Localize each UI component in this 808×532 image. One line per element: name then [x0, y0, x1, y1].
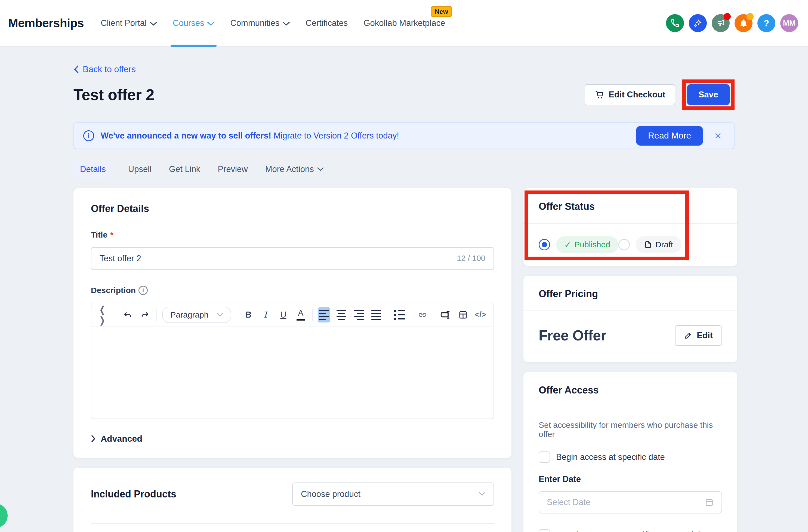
edit-pricing-button[interactable]: Edit	[675, 325, 722, 346]
top-header: Memberships Client Portal Courses Commun…	[0, 0, 808, 47]
paragraph-style-select[interactable]: Paragraph	[162, 307, 231, 323]
nav-item-gokollab-marketplace[interactable]: Gokollab Marketplace New	[364, 0, 445, 46]
included-products-card: Included Products Choose product	[73, 468, 512, 532]
offer-pricing-heading: Offer Pricing	[524, 276, 737, 311]
char-counter: 12 / 100	[457, 254, 485, 263]
tab-get-link[interactable]: Get Link	[167, 161, 202, 178]
chevron-down-icon	[283, 21, 290, 26]
chevron-down-icon	[479, 492, 485, 496]
tab-more-actions[interactable]: More Actions	[264, 161, 325, 178]
avatar[interactable]: MM	[780, 14, 798, 32]
radio-draft[interactable]	[618, 239, 630, 250]
text-field-icon[interactable]	[440, 307, 452, 323]
redo-icon[interactable]	[139, 307, 151, 323]
info-icon: i	[139, 286, 148, 295]
chevron-down-icon	[217, 313, 223, 317]
bold-icon[interactable]: B	[242, 307, 254, 323]
main-nav: Client Portal Courses Communities Certif…	[100, 0, 445, 46]
pricing-value: Free Offer	[539, 327, 606, 344]
close-icon[interactable]: ×	[714, 130, 721, 142]
advanced-expander[interactable]: Advanced	[91, 434, 494, 444]
active-tab-underline	[170, 44, 217, 47]
save-button[interactable]: Save	[687, 84, 730, 105]
chevron-down-icon	[150, 21, 157, 26]
announcements-megaphone-icon[interactable]	[712, 14, 730, 32]
included-products-heading: Included Products	[91, 489, 176, 500]
title-input[interactable]	[99, 254, 457, 263]
restrict-access-row: Restrict access to specific amount of da…	[539, 529, 722, 532]
tab-preview[interactable]: Preview	[216, 161, 249, 178]
phone-icon[interactable]	[666, 14, 684, 32]
undo-icon[interactable]	[122, 307, 133, 323]
published-option[interactable]: ✓ Published	[539, 236, 618, 253]
offer-details-heading: Offer Details	[91, 203, 494, 215]
check-icon: ✓	[564, 240, 571, 250]
page-title: Test offer 2	[73, 86, 154, 104]
tab-upsell[interactable]: Upsell	[127, 161, 153, 178]
bullet-list-icon[interactable]	[393, 307, 405, 323]
header-icons: ? MM	[666, 14, 798, 32]
italic-icon[interactable]: I	[260, 307, 272, 323]
nav-item-client-portal[interactable]: Client Portal	[100, 0, 157, 46]
underline-icon[interactable]: U	[277, 307, 289, 323]
align-left-icon[interactable]	[318, 307, 330, 323]
offer-access-card: Offer Access Set accessibility for membe…	[524, 372, 737, 532]
read-more-button[interactable]: Read More	[636, 126, 703, 146]
code-view-icon[interactable]: ❬ ❭	[98, 307, 110, 323]
title-input-wrap: 12 / 100	[91, 247, 494, 270]
align-right-icon[interactable]	[353, 307, 365, 323]
chevron-left-icon	[73, 65, 79, 73]
info-icon: i	[83, 130, 94, 141]
nav-item-courses[interactable]: Courses	[173, 0, 214, 46]
pencil-icon	[684, 331, 692, 340]
offer-details-card: Offer Details Title * 12 / 100 Descripti…	[73, 188, 512, 458]
ai-sparkles-icon[interactable]	[689, 14, 707, 32]
new-badge: New	[431, 6, 452, 17]
begin-access-row: Begin access at specific date	[539, 452, 722, 463]
title-label: Title *	[91, 230, 494, 239]
edit-checkout-button[interactable]: Edit Checkout	[585, 84, 675, 105]
main-content: Back to offers Test offer 2 Edit Checkou…	[0, 47, 808, 532]
notification-dot	[724, 13, 731, 20]
source-code-icon[interactable]: </>	[475, 307, 486, 323]
file-icon	[644, 241, 652, 249]
help-icon[interactable]: ?	[757, 14, 775, 32]
chevron-right-icon	[91, 435, 96, 442]
offer-access-description: Set accessibility for members who purcha…	[539, 420, 722, 439]
nav-item-certificates[interactable]: Certificates	[306, 0, 348, 46]
offer-access-heading: Offer Access	[524, 372, 737, 407]
description-label: Description i	[91, 286, 494, 295]
cart-icon	[594, 90, 604, 99]
offer-status-card: Offer Status ✓ Published	[524, 188, 737, 266]
offer-status-heading: Offer Status	[524, 188, 737, 223]
choose-product-select[interactable]: Choose product	[292, 482, 494, 506]
chevron-down-icon	[207, 21, 214, 26]
chevron-down-icon	[317, 167, 324, 171]
align-justify-icon[interactable]	[370, 307, 382, 323]
link-icon[interactable]	[417, 307, 428, 323]
notifications-bell-icon[interactable]	[735, 14, 753, 32]
title-row: Test offer 2 Edit Checkout Save	[73, 79, 735, 110]
restrict-access-checkbox[interactable]	[539, 529, 550, 532]
table-icon[interactable]	[457, 307, 469, 323]
tab-details[interactable]: Details	[73, 161, 112, 178]
date-input[interactable]	[547, 497, 704, 507]
align-center-icon[interactable]	[335, 307, 347, 323]
editor-toolbar: ❬ ❭ Paragraph	[91, 303, 494, 327]
app-title: Memberships	[8, 16, 84, 30]
notification-dot	[747, 13, 754, 20]
nav-item-communities[interactable]: Communities	[230, 0, 290, 46]
draft-badge: Draft	[636, 236, 681, 253]
draft-option[interactable]: Draft	[618, 236, 681, 253]
description-editor-content[interactable]	[91, 327, 494, 419]
offer-pricing-card: Offer Pricing Free Offer Edit	[524, 276, 737, 362]
published-badge: ✓ Published	[556, 236, 618, 253]
back-to-offers-link[interactable]: Back to offers	[73, 64, 136, 74]
begin-access-checkbox[interactable]	[539, 452, 550, 463]
text-color-icon[interactable]: A	[295, 307, 307, 323]
announcement-banner: i We've announced a new way to sell offe…	[73, 123, 735, 149]
divider	[91, 523, 494, 524]
title-actions: Edit Checkout Save	[585, 79, 735, 110]
calendar-icon	[704, 498, 714, 507]
radio-published[interactable]	[539, 239, 550, 250]
